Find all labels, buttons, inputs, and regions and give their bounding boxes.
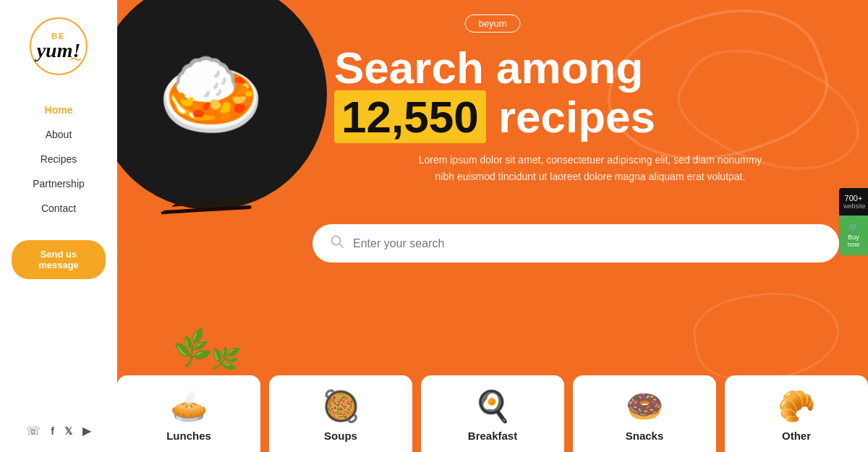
sidebar: BE yum! 〜 Home About Recipes Partnership… — [0, 0, 117, 452]
cart-icon: 🛒 — [848, 223, 859, 232]
views-panel: 700+ website — [839, 188, 868, 216]
nav-item-recipes[interactable]: Recipes — [41, 153, 77, 165]
category-breakfast[interactable]: 🍳 Breakfast — [421, 375, 564, 452]
category-soups[interactable]: 🥘 Soups — [269, 375, 412, 452]
search-bar-container — [312, 224, 839, 263]
lunches-label: Lunches — [166, 430, 211, 442]
hero-section: 🍛 🌿 🌿 beyum Search among 12,550 recipes … — [117, 0, 868, 452]
breakfast-label: Breakfast — [468, 430, 517, 442]
svg-line-3 — [339, 244, 343, 247]
hero-content: Search among 12,550 recipes Lorem ipsum … — [334, 43, 846, 184]
buy-now-panel[interactable]: 🛒 Buy now — [839, 216, 868, 255]
category-lunches[interactable]: 🥧 Lunches — [117, 375, 260, 452]
main-nav: Home About Recipes Partnership Contact — [0, 104, 117, 214]
right-panel: 700+ website 🛒 Buy now — [839, 188, 868, 255]
hero-title-line1: Search among — [334, 43, 643, 93]
nav-item-home[interactable]: Home — [45, 104, 73, 116]
hero-title: Search among 12,550 recipes — [334, 43, 846, 142]
hero-number: 12,550 — [334, 90, 486, 143]
leaf-icon-2: 🌿 — [209, 343, 242, 375]
breakfast-icon: 🍳 — [474, 388, 511, 424]
other-label: Other — [782, 430, 811, 442]
website-label: website — [843, 202, 864, 210]
search-icon — [330, 234, 344, 252]
youtube-icon[interactable]: ▶ — [82, 424, 91, 438]
whatsapp-icon[interactable]: ☏ — [26, 424, 41, 438]
search-input[interactable] — [353, 237, 822, 250]
nav-item-contact[interactable]: Contact — [41, 202, 76, 214]
categories-bar: 🥧 Lunches 🥘 Soups 🍳 Breakfast 🍩 Snacks 🥐… — [117, 375, 868, 452]
badge-beyum: beyum — [464, 14, 520, 33]
social-icons-bar: ☏ f 𝕏 ▶ — [26, 424, 91, 438]
nav-item-about[interactable]: About — [46, 129, 72, 140]
hero-title-line2: recipes — [498, 92, 655, 142]
snacks-icon: 🍩 — [626, 388, 663, 424]
hero-subtitle: Lorem ipsum dolor sit amet, consectetuer… — [409, 152, 771, 184]
leaf-icon-1: 🌿 — [170, 326, 216, 370]
logo-area: BE yum! 〜 — [30, 17, 88, 75]
facebook-icon[interactable]: f — [51, 425, 54, 437]
nav-item-partnership[interactable]: Partnership — [33, 178, 85, 189]
soups-icon: 🥘 — [322, 388, 359, 424]
snacks-label: Snacks — [626, 430, 664, 442]
send-message-button[interactable]: Send us message — [12, 240, 106, 279]
soups-label: Soups — [324, 430, 357, 442]
food-image-area: 🍛 — [117, 0, 356, 253]
category-other[interactable]: 🥐 Other — [725, 375, 868, 452]
twitter-icon[interactable]: 𝕏 — [64, 425, 72, 437]
food-emoji: 🍛 — [157, 43, 265, 145]
category-snacks[interactable]: 🍩 Snacks — [573, 375, 716, 452]
views-count: 700+ — [845, 194, 863, 202]
logo-swirl-icon: 〜 — [70, 53, 82, 68]
buy-now-label: Buy now — [843, 234, 864, 248]
other-icon: 🥐 — [778, 388, 815, 424]
lunches-icon: 🥧 — [170, 388, 208, 424]
logo-circle: BE yum! 〜 — [30, 17, 88, 75]
search-input-wrap — [312, 224, 839, 263]
